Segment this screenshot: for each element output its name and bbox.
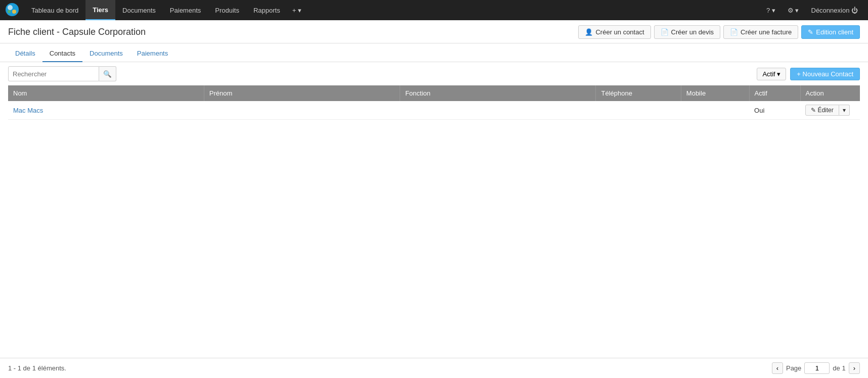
- col-header-mobile[interactable]: Mobile: [681, 85, 749, 101]
- search-button[interactable]: 🔍: [99, 66, 116, 81]
- cell-fonction: [400, 101, 596, 120]
- nav-logout[interactable]: Déconnexion ⏻: [806, 0, 863, 20]
- contact-name-link[interactable]: Mac Macs: [13, 107, 43, 114]
- edit-icon: ✎: [808, 28, 813, 36]
- tabs: Détails Contacts Documents Paiements: [0, 45, 868, 62]
- create-facture-button[interactable]: 📄 Créer une facture: [723, 25, 798, 39]
- filter-actif-button[interactable]: Actif ▾: [757, 68, 786, 80]
- action-dropdown-button[interactable]: ▾: [839, 105, 850, 116]
- tab-documents[interactable]: Documents: [82, 45, 130, 62]
- toolbar-right: Actif ▾ + Nouveau Contact: [757, 68, 860, 80]
- doc-facture-icon: 📄: [730, 28, 738, 36]
- col-header-fonction[interactable]: Fonction: [400, 85, 596, 101]
- cell-mobile: [681, 101, 749, 120]
- page-header: Fiche client - Capsule Corporation 👤 Cré…: [0, 20, 868, 43]
- page-title: Fiche client - Capsule Corporation: [8, 27, 146, 37]
- search-wrap: 🔍: [8, 66, 116, 81]
- doc-devis-icon: 📄: [661, 28, 669, 36]
- tab-details[interactable]: Détails: [8, 45, 42, 62]
- nav-produits[interactable]: Produits: [208, 0, 246, 20]
- col-header-prenom[interactable]: Prénom: [204, 85, 400, 101]
- create-devis-button[interactable]: 📄 Créer un devis: [654, 25, 721, 39]
- navbar: Tableau de bord Tiers Documents Paiement…: [0, 0, 868, 20]
- navbar-right: ? ▾ ⚙ ▾ Déconnexion ⏻: [761, 0, 863, 20]
- edition-client-button[interactable]: ✎ Edition client: [801, 25, 860, 39]
- header-actions: 👤 Créer un contact 📄 Créer un devis 📄 Cr…: [578, 25, 860, 39]
- svg-point-1: [8, 5, 13, 10]
- action-buttons: ✎ Éditer ▾: [805, 105, 855, 116]
- create-contact-button[interactable]: 👤 Créer un contact: [578, 25, 650, 39]
- navbar-logo: [5, 3, 24, 18]
- nav-settings[interactable]: ⚙ ▾: [783, 0, 804, 20]
- col-header-nom[interactable]: Nom: [8, 85, 204, 101]
- edit-button[interactable]: ✎ Éditer: [805, 105, 839, 116]
- nav-rapports[interactable]: Rapports: [246, 0, 287, 20]
- toolbar: 🔍 Actif ▾ + Nouveau Contact: [0, 62, 868, 85]
- table-wrap: Nom Prénom Fonction Téléphone Mobile Act…: [0, 85, 868, 120]
- nav-help[interactable]: ? ▾: [761, 0, 780, 20]
- col-header-actif[interactable]: Actif: [749, 85, 800, 101]
- cell-actif: Oui: [749, 101, 800, 120]
- svg-point-2: [12, 10, 16, 14]
- cell-nom: Mac Macs: [8, 101, 204, 120]
- cell-prenom: [204, 101, 400, 120]
- nav-paiements[interactable]: Paiements: [163, 0, 208, 20]
- nav-plus[interactable]: + ▾: [287, 0, 307, 20]
- cell-action: ✎ Éditer ▾: [800, 101, 860, 120]
- new-contact-button[interactable]: + Nouveau Contact: [790, 68, 860, 80]
- search-icon: 🔍: [103, 70, 112, 78]
- nav-tableau-de-bord[interactable]: Tableau de bord: [24, 0, 85, 20]
- cell-telephone: [596, 101, 681, 120]
- contacts-table: Nom Prénom Fonction Téléphone Mobile Act…: [8, 85, 860, 120]
- col-header-action: Action: [800, 85, 860, 101]
- col-header-telephone[interactable]: Téléphone: [596, 85, 681, 101]
- search-input[interactable]: [8, 66, 99, 81]
- nav-tiers[interactable]: Tiers: [85, 0, 115, 20]
- table-header-row: Nom Prénom Fonction Téléphone Mobile Act…: [8, 85, 860, 101]
- table-row: Mac Macs Oui ✎ Éditer ▾: [8, 101, 860, 120]
- user-icon: 👤: [585, 28, 593, 36]
- tab-contacts[interactable]: Contacts: [42, 45, 82, 62]
- navbar-items: Tableau de bord Tiers Documents Paiement…: [24, 0, 761, 20]
- tab-paiements[interactable]: Paiements: [130, 45, 175, 62]
- svg-point-3: [8, 10, 11, 13]
- svg-point-0: [6, 3, 19, 16]
- nav-documents[interactable]: Documents: [115, 0, 163, 20]
